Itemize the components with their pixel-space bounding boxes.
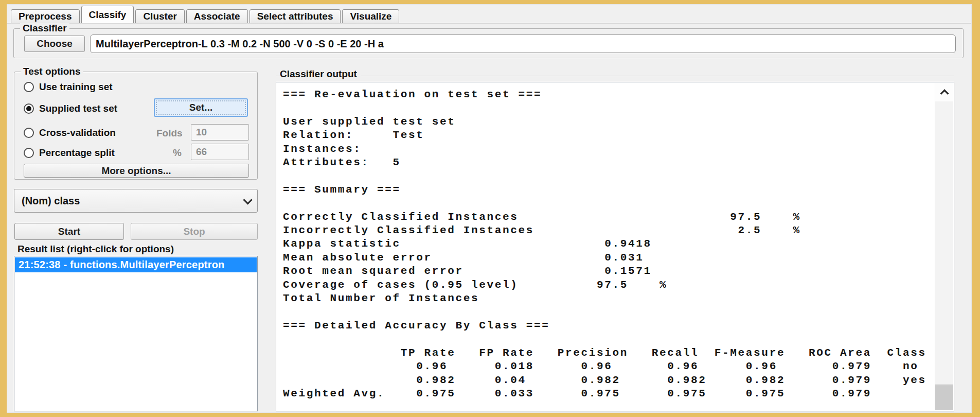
use-training-set-label: Use training set (39, 81, 113, 93)
tab-visualize[interactable]: Visualize (342, 9, 399, 23)
percentage-split-option[interactable]: Percentage split (24, 147, 115, 159)
classifier-command-field[interactable]: MultilayerPerceptron -L 0.3 -M 0.2 -N 50… (90, 34, 956, 53)
result-list-item[interactable]: 21:52:38 - functions.MultilayerPerceptro… (15, 257, 257, 272)
focus-rect (156, 100, 246, 115)
classifier-output-area[interactable]: === Re-evaluation on test set === User s… (276, 82, 954, 411)
result-list[interactable]: 21:52:38 - functions.MultilayerPerceptro… (14, 256, 258, 411)
start-button[interactable]: Start (14, 223, 124, 240)
more-options-button[interactable]: More options... (24, 164, 249, 178)
cross-validation-option[interactable]: Cross-validation (24, 127, 116, 138)
percent-label: % (173, 147, 182, 159)
percentage-split-label: Percentage split (39, 147, 115, 159)
percent-input[interactable]: 66 (191, 144, 249, 160)
screenshot-frame: Preprocess Classify Cluster Associate Se… (0, 0, 980, 417)
supplied-test-set-radio-icon[interactable] (24, 103, 34, 114)
percentage-split-radio-icon[interactable] (24, 148, 34, 158)
supplied-test-set-option[interactable]: Supplied test set (24, 103, 117, 114)
tab-cluster[interactable]: Cluster (135, 9, 184, 23)
tab-classify[interactable]: Classify (81, 6, 134, 23)
tabbar: Preprocess Classify Cluster Associate Se… (11, 6, 401, 23)
tab-associate[interactable]: Associate (186, 9, 248, 23)
weka-explorer-window: Preprocess Classify Cluster Associate Se… (7, 4, 972, 413)
folds-label: Folds (156, 128, 183, 139)
scrollbar-thumb[interactable] (935, 385, 953, 410)
cross-validation-radio-icon[interactable] (24, 128, 34, 138)
folds-input[interactable]: 10 (191, 124, 249, 141)
scroll-up-button[interactable] (935, 83, 953, 101)
cross-validation-label: Cross-validation (39, 127, 116, 138)
class-attribute-value: (Nom) class (22, 195, 80, 207)
classifier-groupbox: Classifier Choose MultilayerPerceptron -… (13, 28, 964, 58)
tab-select-attributes[interactable]: Select attributes (250, 9, 341, 23)
classifier-params: -L 0.3 -M 0.2 -N 500 -V 0 -S 0 -E 20 -H … (198, 38, 384, 50)
use-training-set-option[interactable]: Use training set (24, 81, 113, 93)
choose-classifier-button[interactable]: Choose (24, 36, 85, 52)
set-test-set-button[interactable]: Set... (154, 98, 248, 117)
classifier-output-text: === Re-evaluation on test set === User s… (283, 88, 926, 401)
classifier-name: MultilayerPerceptron (96, 38, 198, 50)
class-attribute-combobox[interactable]: (Nom) class (14, 189, 258, 213)
chevron-up-icon (940, 89, 949, 98)
classifier-output-label: Classifier output (280, 68, 361, 80)
classifier-group-title: Classifier (20, 23, 69, 34)
use-training-set-radio-icon[interactable] (24, 82, 34, 92)
output-group-border (276, 76, 954, 76)
chevron-down-icon (243, 195, 252, 204)
test-options-title: Test options (21, 66, 83, 77)
result-list-label: Result list (right-click for options) (17, 244, 174, 255)
stop-button[interactable]: Stop (131, 223, 258, 240)
supplied-test-set-label: Supplied test set (39, 103, 117, 114)
test-options-groupbox: Test options Use training set Supplied t… (14, 72, 258, 180)
vertical-scrollbar[interactable] (935, 83, 953, 410)
tab-preprocess[interactable]: Preprocess (11, 9, 80, 23)
